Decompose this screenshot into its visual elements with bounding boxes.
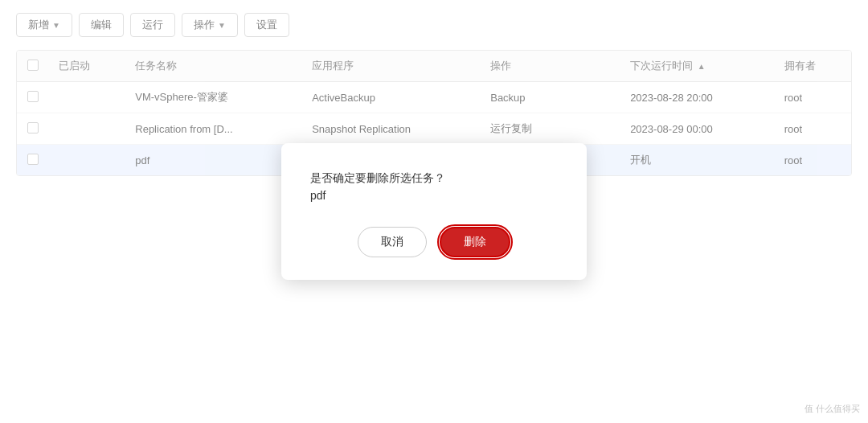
delete-confirm-dialog: 是否确定要删除所选任务？ pdf 取消 删除 bbox=[281, 143, 587, 281]
dialog-message-line2: pdf bbox=[310, 187, 558, 204]
dialog-actions: 取消 删除 bbox=[310, 227, 558, 257]
cancel-button[interactable]: 取消 bbox=[358, 227, 427, 257]
dialog-message: 是否确定要删除所选任务？ pdf bbox=[310, 169, 558, 205]
dialog-message-line1: 是否确定要删除所选任务？ bbox=[310, 169, 558, 187]
dialog-overlay: 是否确定要删除所选任务？ pdf 取消 删除 bbox=[0, 0, 868, 423]
main-container: 新增 ▼ 编辑 运行 操作 ▼ 设置 已启动 bbox=[0, 0, 868, 423]
delete-button[interactable]: 删除 bbox=[440, 227, 510, 257]
